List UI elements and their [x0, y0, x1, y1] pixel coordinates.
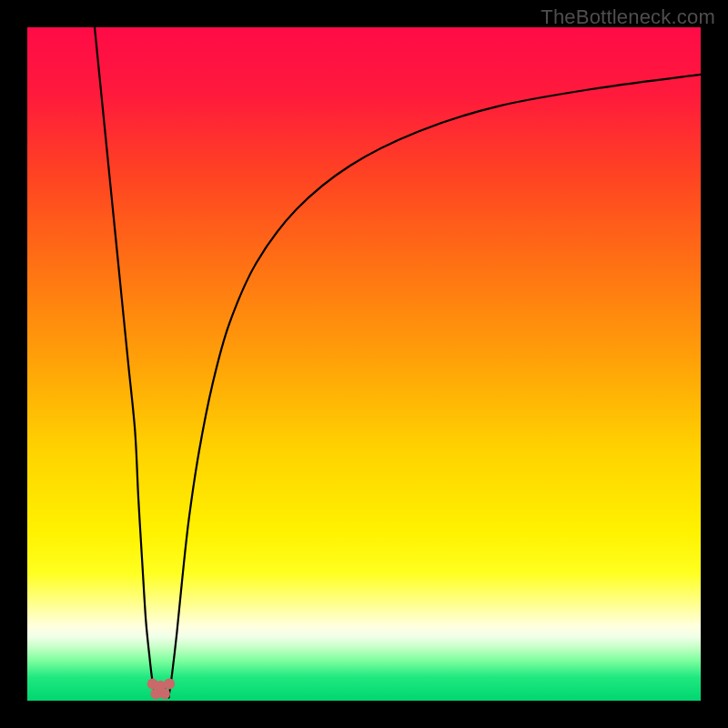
plot-area	[27, 27, 701, 701]
chart-frame: TheBottleneck.com	[0, 0, 728, 728]
valley-dot	[164, 679, 175, 690]
bottleneck-curve	[27, 27, 701, 701]
valley-dot	[159, 689, 170, 700]
watermark-text: TheBottleneck.com	[541, 5, 715, 29]
